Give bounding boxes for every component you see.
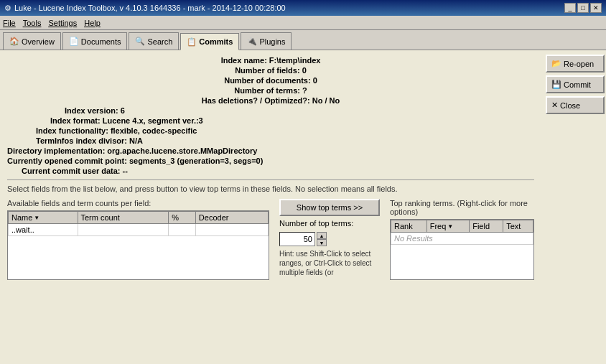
menu-settings[interactable]: Settings xyxy=(48,19,77,27)
title-text: Luke - Lucene Index Toolbox, v 4.10.3 16… xyxy=(14,4,286,12)
commit-user-data-text: Current commit user data: -- xyxy=(22,167,128,175)
app-icon: ⚙ xyxy=(4,4,11,13)
commit-user-data: Current commit user data: -- xyxy=(7,167,534,175)
col-term-count: Term count xyxy=(78,212,169,224)
col-percent: % xyxy=(169,212,196,224)
index-name-text: Index name: F:\temp\index xyxy=(221,56,321,65)
top-terms-label: Number of top terms: xyxy=(279,219,380,228)
right-panel: 📂 Re-open 💾 Commit ✕ Close xyxy=(541,50,606,364)
tab-search-label: Search xyxy=(147,37,172,46)
plugins-icon: 🔌 xyxy=(247,37,257,46)
top-terms-table-container: Rank Freq ▼ Field Text xyxy=(390,219,534,280)
number-of-fields: Number of fields: 0 xyxy=(7,66,534,75)
tab-plugins[interactable]: 🔌 Plugins xyxy=(241,32,292,50)
show-top-terms-button[interactable]: Show top terms >> xyxy=(279,199,380,216)
search-icon: 🔍 xyxy=(135,37,145,46)
reopen-icon: 📂 xyxy=(551,59,561,68)
number-of-documents: Number of documents: 0 xyxy=(7,76,534,85)
tab-commits-label: Commits xyxy=(199,37,233,46)
col-decoder: Decoder xyxy=(195,212,268,224)
terminfos-divisor-text: TermInfos index divisor: N/A xyxy=(36,136,143,145)
fields-description: Select fields from the list below, and p… xyxy=(7,185,534,193)
commit-point-text: Currently opened commit point: segments_… xyxy=(7,157,263,165)
index-format-text: Index format: Lucene 4.x, segment ver.:3 xyxy=(50,116,203,125)
top-terms-input[interactable] xyxy=(279,232,315,246)
menu-file[interactable]: File xyxy=(3,19,16,27)
maximize-button[interactable]: □ xyxy=(577,3,589,13)
no-results-row: No Results xyxy=(391,233,533,245)
tab-search[interactable]: 🔍 Search xyxy=(129,32,179,50)
term-count-cell xyxy=(78,224,169,236)
number-of-documents-text: Number of documents: 0 xyxy=(224,76,317,85)
terminfos-divisor: TermInfos index divisor: N/A xyxy=(7,136,534,145)
top-terms-header: Rank Freq ▼ Field Text xyxy=(391,220,533,233)
spinner-container: ▲ ▼ xyxy=(279,232,380,246)
commit-point: Currently opened commit point: segments_… xyxy=(7,157,534,165)
decoder-cell xyxy=(195,224,268,236)
close-icon: ✕ xyxy=(551,101,558,110)
fields-table-header: Name ▼ Term count % Decoder xyxy=(9,212,269,224)
commits-icon: 📋 xyxy=(187,37,197,47)
col-rank: Rank xyxy=(391,220,427,233)
spinner-up-button[interactable]: ▲ xyxy=(317,232,327,239)
menu-help[interactable]: Help xyxy=(84,19,101,27)
overview-icon: 🏠 xyxy=(9,37,19,46)
tab-documents[interactable]: 📄 Documents xyxy=(62,32,128,50)
tab-commits[interactable]: 📋 Commits xyxy=(180,33,239,50)
index-name: Index name: F:\temp\index xyxy=(7,56,534,65)
close-button[interactable]: ✕ xyxy=(590,3,602,13)
title-bar-left: ⚙ Luke - Lucene Index Toolbox, v 4.10.3 … xyxy=(4,4,286,13)
main-content: Index name: F:\temp\index Number of fiel… xyxy=(0,50,606,364)
documents-icon: 📄 xyxy=(69,37,79,46)
top-terms-title: Top ranking terms. (Right-click for more… xyxy=(390,199,534,216)
col-name: Name ▼ xyxy=(9,212,78,224)
title-bar: ⚙ Luke - Lucene Index Toolbox, v 4.10.3 … xyxy=(0,0,606,16)
menu-bar: File Tools Settings Help xyxy=(0,16,606,30)
reopen-label: Re-open xyxy=(564,60,594,68)
reopen-button[interactable]: 📂 Re-open xyxy=(546,55,605,73)
commit-button[interactable]: 💾 Commit xyxy=(546,75,605,93)
commit-label: Commit xyxy=(564,80,591,89)
tab-plugins-label: Plugins xyxy=(259,37,285,46)
percent-cell xyxy=(169,224,196,236)
col-freq: Freq ▼ xyxy=(426,220,469,233)
number-of-fields-text: Number of fields: 0 xyxy=(235,66,307,75)
col-text: Text xyxy=(503,220,533,233)
hint-text: Hint: use Shift-Click to select ranges, … xyxy=(279,249,373,277)
top-terms-table: Rank Freq ▼ Field Text xyxy=(391,220,533,245)
tabs-bar: 🏠 Overview 📄 Documents 🔍 Search 📋 Commit… xyxy=(0,30,606,50)
directory-impl-text: Directory implementation: org.apache.luc… xyxy=(7,146,257,155)
commit-icon: 💾 xyxy=(551,80,561,89)
minimize-button[interactable]: _ xyxy=(564,3,576,13)
index-functionality-text: Index functionality: flexible, codec-spe… xyxy=(36,126,197,135)
fields-table-title: Available fields and term counts per fie… xyxy=(7,199,269,207)
close-label: Close xyxy=(560,101,580,110)
number-of-terms: Number of terms: ? xyxy=(7,86,534,95)
table-row: ..wait.. xyxy=(9,224,269,236)
left-panel: Index name: F:\temp\index Number of fiel… xyxy=(0,50,541,364)
name-sort-arrow[interactable]: ▼ xyxy=(34,215,39,221)
spinner-buttons: ▲ ▼ xyxy=(317,232,327,246)
fields-left: Available fields and term counts per fie… xyxy=(7,196,269,280)
tab-documents-label: Documents xyxy=(81,37,121,46)
spinner-down-button[interactable]: ▼ xyxy=(317,239,327,246)
tab-overview[interactable]: 🏠 Overview xyxy=(3,32,61,50)
index-version-text: Index version: 6 xyxy=(65,106,125,115)
tab-overview-label: Overview xyxy=(22,37,55,46)
no-results-cell: No Results xyxy=(391,233,533,245)
index-format: Index format: Lucene 4.x, segment ver.:3 xyxy=(7,116,534,125)
fields-table-container: Name ▼ Term count % Decoder xyxy=(7,210,269,280)
directory-impl: Directory implementation: org.apache.luc… xyxy=(7,146,534,155)
field-name-cell: ..wait.. xyxy=(9,224,78,236)
menu-tools[interactable]: Tools xyxy=(23,19,42,27)
freq-sort-arrow[interactable]: ▼ xyxy=(447,223,453,230)
close-index-button[interactable]: ✕ Close xyxy=(546,96,605,114)
col-field: Field xyxy=(470,220,503,233)
has-deletions-text: Has deletions? / Optimized?: No / No xyxy=(202,96,340,105)
number-of-terms-text: Number of terms: ? xyxy=(234,86,307,95)
middle-section: Show top terms >> Number of top terms: ▲… xyxy=(276,196,383,280)
index-version: Index version: 6 xyxy=(7,106,534,115)
top-terms-section: Top ranking terms. (Right-click for more… xyxy=(390,196,534,280)
fields-table: Name ▼ Term count % Decoder xyxy=(8,211,269,236)
title-controls: _ □ ✕ xyxy=(564,3,602,13)
